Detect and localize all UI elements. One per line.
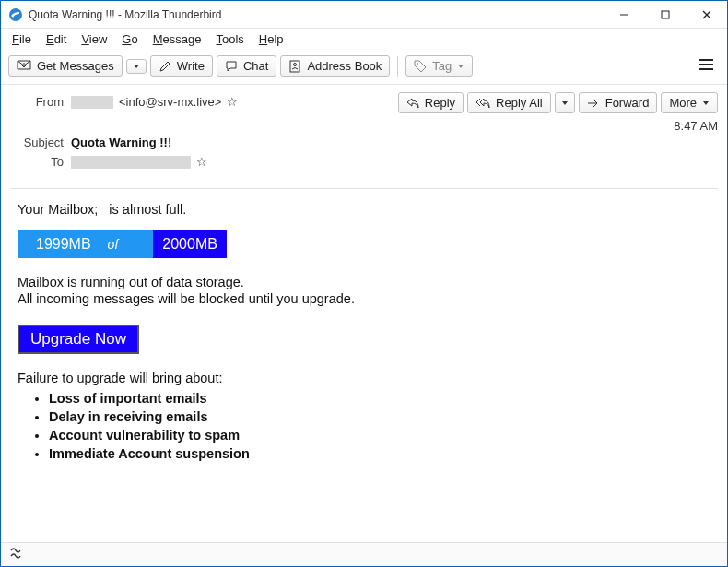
star-icon[interactable]: ☆ (196, 155, 207, 169)
window-close-button[interactable] (686, 1, 727, 29)
menu-tools[interactable]: Tools (210, 30, 249, 48)
window-maximize-button[interactable] (644, 1, 686, 29)
svg-point-0 (9, 8, 22, 21)
svg-point-6 (294, 63, 297, 65)
from-address[interactable]: <info@srv-mx.live> (119, 95, 221, 109)
toolbar: Get Messages Write Chat Address Book Tag (1, 52, 727, 85)
titlebar: Quota Warning !!! - Mozilla Thunderbird (1, 1, 727, 29)
get-messages-button[interactable]: Get Messages (8, 55, 123, 77)
menubar: File Edit View Go Message Tools Help (1, 29, 727, 52)
pencil-icon (159, 60, 171, 73)
reply-all-button[interactable]: Reply All (467, 92, 551, 113)
reply-all-label: Reply All (496, 96, 543, 110)
address-book-button[interactable]: Address Book (280, 55, 390, 77)
message-actions: Reply Reply All Forward More (398, 92, 718, 113)
chevron-down-icon (702, 100, 710, 107)
quota-bar: 1999MB of 2000MB (18, 230, 227, 258)
from-name-redacted (71, 96, 113, 109)
menu-edit[interactable]: Edit (41, 30, 72, 48)
reply-all-icon (476, 98, 490, 109)
svg-point-7 (417, 63, 418, 65)
write-label: Write (177, 59, 205, 73)
subject-value: Quota Warning !!! (71, 136, 171, 149)
intro-line: Your Mailbox; is almost full. (18, 202, 710, 218)
forward-icon (587, 98, 600, 109)
toolbar-separator (397, 56, 398, 77)
tag-label: Tag (432, 59, 452, 73)
star-icon[interactable]: ☆ (227, 95, 238, 109)
to-label: To (10, 155, 64, 169)
reply-all-dropdown[interactable] (555, 92, 575, 113)
upgrade-now-button[interactable]: Upgrade Now (18, 325, 139, 354)
storage-line-1: Mailbox is running out of data storage. (18, 275, 710, 289)
consequence-list: Loss of important emails Delay in receiv… (49, 391, 710, 461)
get-messages-dropdown[interactable] (126, 59, 147, 74)
message-time: 8:47 AM (398, 119, 718, 133)
to-address-redacted (71, 156, 191, 169)
consequence-item: Loss of important emails (49, 391, 710, 406)
more-button[interactable]: More (661, 92, 718, 113)
window-minimize-button[interactable] (603, 1, 644, 29)
chevron-down-icon (457, 63, 464, 70)
address-book-label: Address Book (307, 59, 382, 73)
tag-icon (414, 60, 427, 73)
quota-used-value: 1999MB (36, 236, 91, 253)
more-label: More (669, 96, 697, 110)
reply-label: Reply (425, 96, 455, 110)
address-book-icon (288, 60, 301, 73)
message-body: Your Mailbox; is almost full. 1999MB of … (1, 189, 727, 478)
chat-label: Chat (243, 59, 268, 73)
chat-button[interactable]: Chat (217, 55, 276, 77)
statusbar (1, 542, 727, 566)
reply-icon (406, 98, 419, 109)
reply-button[interactable]: Reply (398, 92, 464, 113)
menu-help[interactable]: Help (253, 30, 289, 48)
quota-used-segment: 1999MB of (18, 230, 153, 258)
forward-label: Forward (605, 96, 650, 110)
message-header: From <info@srv-mx.live> ☆ Reply Reply Al… (1, 85, 727, 183)
write-button[interactable]: Write (150, 55, 213, 77)
app-menu-button[interactable] (692, 56, 720, 77)
thunderbird-icon (8, 7, 23, 22)
menu-go[interactable]: Go (116, 30, 143, 48)
quota-total-value: 2000MB (162, 236, 217, 253)
quota-total-segment: 2000MB (153, 230, 227, 258)
inbox-icon (17, 60, 31, 73)
app-window: Quota Warning !!! - Mozilla Thunderbird … (0, 0, 728, 567)
quota-of-label: of (108, 237, 119, 252)
svg-rect-2 (662, 11, 669, 18)
chat-icon (225, 60, 238, 73)
storage-line-2: All incoming messages will be blocked un… (18, 291, 710, 306)
forward-button[interactable]: Forward (579, 92, 658, 113)
menu-view[interactable]: View (76, 30, 112, 48)
consequence-item: Account vulnerability to spam (49, 428, 710, 443)
window-title: Quota Warning !!! - Mozilla Thunderbird (29, 8, 603, 21)
get-messages-label: Get Messages (37, 59, 114, 73)
activity-icon (8, 547, 23, 563)
hamburger-icon (698, 58, 714, 71)
consequence-item: Delay in receiving emails (49, 409, 710, 424)
failure-heading: Failure to upgrade will bring about: (18, 371, 710, 385)
menu-message[interactable]: Message (147, 30, 207, 48)
consequence-item: Immediate Account suspension (49, 446, 710, 461)
subject-label: Subject (10, 136, 64, 149)
menu-file[interactable]: File (6, 30, 37, 48)
from-label: From (10, 95, 64, 109)
tag-button[interactable]: Tag (405, 55, 473, 77)
